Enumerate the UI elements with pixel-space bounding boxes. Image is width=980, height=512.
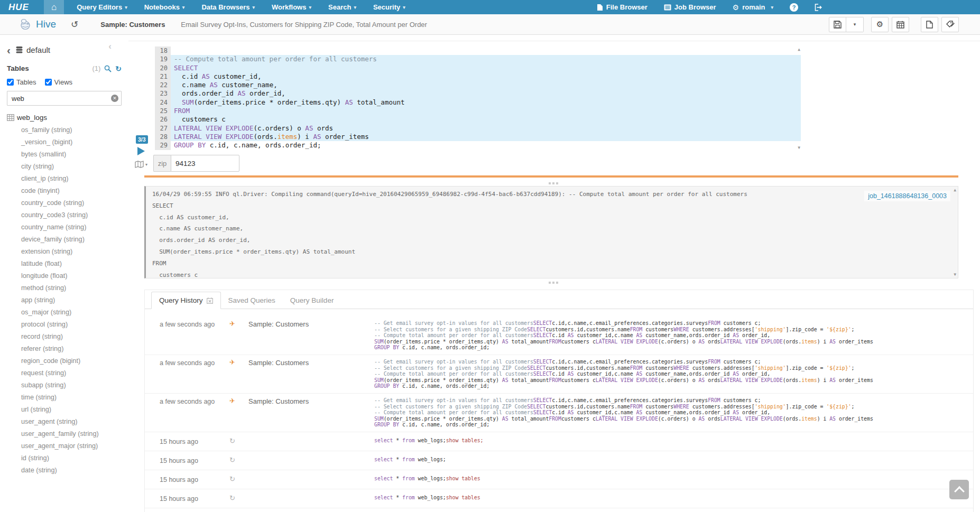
- token: SUM: [182, 98, 194, 106]
- calendar-x-icon: [207, 297, 213, 304]
- resize-handle[interactable]: [549, 182, 551, 184]
- token: customer_name,: [218, 81, 278, 89]
- column-item[interactable]: extension (string): [7, 246, 128, 258]
- plane-icon: ✈: [229, 397, 248, 405]
- scrollbar-up-icon[interactable]: ▲: [798, 47, 800, 52]
- save-button[interactable]: [829, 17, 846, 32]
- column-item[interactable]: user_agent_major (string): [7, 440, 128, 452]
- token: ].zip_code =: [786, 327, 827, 332]
- column-item[interactable]: date (string): [7, 464, 128, 477]
- sql-editor[interactable]: 1819-- Compute total amount per order fo…: [155, 46, 801, 152]
- history-sql: select * from web_logs;: [374, 457, 973, 463]
- app-name[interactable]: Hive: [36, 18, 56, 30]
- column-item[interactable]: _version_ (bigint): [7, 136, 128, 148]
- resize-handle[interactable]: [549, 282, 551, 284]
- column-item[interactable]: city (string): [7, 161, 128, 173]
- nav-menu-workflows[interactable]: Workflows▾: [263, 0, 320, 14]
- nav-help-button[interactable]: ?: [789, 3, 799, 12]
- column-item[interactable]: subapp (string): [7, 379, 128, 392]
- refresh-icon[interactable]: ↻: [115, 66, 122, 72]
- token: ) i: [297, 133, 313, 141]
- column-item[interactable]: request (string): [7, 367, 128, 379]
- job-link[interactable]: job_1461888648136_0003: [864, 191, 950, 201]
- token: order_items: [836, 377, 873, 383]
- back-icon[interactable]: ‹: [7, 46, 11, 54]
- column-item[interactable]: os_family (string): [7, 124, 128, 136]
- column-item[interactable]: user_agent (string): [7, 416, 128, 428]
- line-number: 24: [155, 98, 171, 107]
- scrollbar-down-icon[interactable]: ▼: [798, 145, 800, 150]
- clear-icon[interactable]: ✕: [111, 95, 118, 102]
- minimap-button[interactable]: ▾: [135, 161, 147, 168]
- sidebar-collapse-icon[interactable]: ‹: [108, 41, 112, 52]
- sql-line: -- Get email survey opt-in values for al…: [374, 359, 964, 365]
- scrollbar-down-icon[interactable]: ▼: [954, 272, 956, 277]
- column-item[interactable]: method (string): [7, 282, 128, 294]
- schedule-button[interactable]: [892, 17, 909, 32]
- editor-line: 18: [155, 46, 801, 55]
- history-row[interactable]: 15 hours ago↻select * from web_logs;show…: [145, 470, 973, 489]
- scroll-to-top-button[interactable]: [949, 480, 969, 499]
- token: ) i: [817, 416, 830, 422]
- history-row[interactable]: 15 hours ago↻select * from web_logs;show…: [145, 432, 973, 451]
- table-item[interactable]: web_logs: [7, 114, 128, 122]
- nav-file-browser[interactable]: File Browser: [596, 3, 649, 11]
- nav-logout-button[interactable]: [813, 4, 824, 11]
- database-name[interactable]: default: [26, 45, 50, 54]
- code-text: -- Compute total amount per order for al…: [171, 55, 801, 63]
- column-item[interactable]: protocol (string): [7, 319, 128, 331]
- column-item[interactable]: region_code (bigint): [7, 355, 128, 367]
- tab-saved-queries[interactable]: Saved Queries: [221, 292, 283, 309]
- column-item[interactable]: latitude (float): [7, 258, 128, 270]
- history-row[interactable]: 15 hours ago↻select * from web_logs;show…: [145, 489, 973, 508]
- nav-menu-security[interactable]: Security▾: [365, 0, 414, 14]
- history-row[interactable]: 15 hours ago↻select * from web_logs;show…: [145, 508, 973, 512]
- history-row[interactable]: a few seconds ago✈Sample: Customers-- Ge…: [145, 355, 973, 394]
- column-item[interactable]: code (tinyint): [7, 185, 128, 197]
- nav-user-menu[interactable]: ⚙ romain ▾: [732, 3, 774, 12]
- query-history-icon[interactable]: ↺: [71, 20, 78, 29]
- column-item[interactable]: referer (string): [7, 343, 128, 355]
- table-search-input[interactable]: [7, 91, 122, 106]
- settings-button[interactable]: ⚙: [871, 17, 889, 32]
- column-item[interactable]: country_code (string): [7, 197, 128, 209]
- column-item[interactable]: country_code3 (string): [7, 209, 128, 221]
- history-row[interactable]: 15 hours ago↻select * from web_logs;: [145, 451, 973, 470]
- column-item[interactable]: os_major (string): [7, 306, 128, 319]
- tables-checkbox[interactable]: [7, 79, 14, 86]
- log-line: customers c: [152, 269, 951, 278]
- token: -- Compute total amount per order for al…: [374, 409, 533, 415]
- tab-query-builder[interactable]: Query Builder: [283, 292, 341, 309]
- column-item[interactable]: device_family (string): [7, 234, 128, 246]
- token: show tables: [446, 495, 480, 500]
- column-item[interactable]: record (string): [7, 331, 128, 343]
- views-checkbox[interactable]: [45, 79, 52, 86]
- nav-home-button[interactable]: ⌂: [44, 0, 64, 14]
- column-item[interactable]: bytes (smallint): [7, 148, 128, 161]
- column-item[interactable]: country_name (string): [7, 221, 128, 234]
- scrollbar-up-icon[interactable]: ▲: [954, 188, 956, 192]
- history-row[interactable]: a few seconds ago✈Sample: Customers-- Ge…: [145, 316, 973, 355]
- column-item[interactable]: url (string): [7, 404, 128, 416]
- token: c.id: [552, 371, 568, 377]
- nav-menu-search[interactable]: Search▾: [320, 0, 365, 14]
- variable-input[interactable]: [171, 155, 239, 172]
- column-item[interactable]: time (string): [7, 392, 128, 404]
- nav-menu-notebooks[interactable]: Notebooks▾: [136, 0, 193, 14]
- nav-job-browser[interactable]: Job Browser: [663, 3, 717, 11]
- hue-logo[interactable]: HUE: [0, 0, 36, 14]
- execute-button[interactable]: [137, 147, 145, 155]
- tags-button[interactable]: [941, 17, 959, 32]
- column-item[interactable]: user_agent_family (string): [7, 428, 128, 440]
- column-item[interactable]: client_ip (string): [7, 173, 128, 185]
- history-row[interactable]: a few seconds ago✈Sample: Customers-- Ge…: [145, 394, 973, 432]
- search-icon[interactable]: [104, 65, 112, 72]
- column-item[interactable]: app (string): [7, 294, 128, 306]
- tab-query-history[interactable]: Query History: [151, 292, 221, 309]
- nav-menu-query-editors[interactable]: Query Editors▾: [68, 0, 136, 14]
- column-item[interactable]: id (string): [7, 452, 128, 464]
- new-query-button[interactable]: [921, 17, 938, 32]
- nav-menu-data-browsers[interactable]: Data Browsers▾: [193, 0, 263, 14]
- save-dropdown-button[interactable]: ▾: [846, 17, 864, 32]
- column-item[interactable]: longitude (float): [7, 270, 128, 282]
